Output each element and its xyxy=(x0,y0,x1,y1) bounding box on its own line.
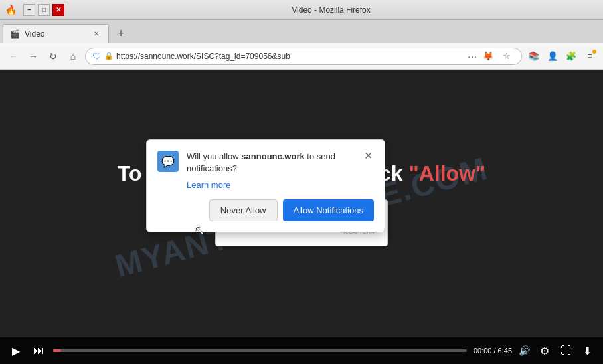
popup-question: Will you allow sannounc.work to send not… xyxy=(187,151,355,175)
bookmark-icon[interactable]: ☆ xyxy=(499,48,515,64)
play-button[interactable]: ▶ xyxy=(8,343,24,359)
control-right-buttons: ⚙ ⛶ ⬇ xyxy=(537,343,595,359)
popup-buttons: Never Allow Allow Notifications xyxy=(157,199,374,221)
popup-question-prefix: Will you allow xyxy=(187,151,241,161)
progress-fill xyxy=(53,349,61,352)
browser-content: MYANTISPYWARE.COM To access to the video… xyxy=(0,70,603,364)
addressbar: ← → ↻ ⌂ 🛡 🔒 https://sannounc.work/SISC?t… xyxy=(0,43,603,70)
shield-icon: 🛡 xyxy=(92,51,102,62)
forward-button[interactable]: → xyxy=(25,48,41,64)
learn-more-link[interactable]: Learn more xyxy=(187,180,374,190)
extension-icon[interactable]: 🧩 xyxy=(563,48,579,64)
popup-header: 💬 Will you allow sannounc.work to send n… xyxy=(157,151,374,175)
fullscreen-button[interactable]: ⛶ xyxy=(558,343,574,359)
back-button[interactable]: ← xyxy=(5,48,21,64)
volume-icon[interactable]: 🔊 xyxy=(519,345,530,356)
address-box[interactable]: 🛡 🔒 https://sannounc.work/SISC?tag_id=70… xyxy=(85,48,522,65)
refresh-button[interactable]: ↻ xyxy=(45,48,61,64)
allow-notifications-button[interactable]: Allow Notifications xyxy=(283,199,375,221)
new-tab-button[interactable]: + xyxy=(112,24,130,43)
popup-close-button[interactable]: ✕ xyxy=(363,151,374,161)
video-controls: ▶ ⏭ 00:00 / 6:45 🔊 ⚙ ⛶ ⬇ xyxy=(0,337,603,364)
minimize-button[interactable]: – xyxy=(23,4,35,16)
video-allow-word: "Allow" xyxy=(409,161,486,185)
maximize-button[interactable]: □ xyxy=(38,4,50,16)
tab-close-button[interactable]: ✕ xyxy=(91,29,102,39)
lock-icon: 🔒 xyxy=(104,52,114,60)
notification-popup: 💬 Will you allow sannounc.work to send n… xyxy=(146,139,385,232)
progress-bar[interactable] xyxy=(53,349,467,352)
menu-icon[interactable]: ≡ xyxy=(582,48,598,64)
toolbar-icons: 📚 👤 🧩 ≡ xyxy=(526,48,598,64)
popup-domain: sannounc.work xyxy=(241,151,304,161)
library-icon[interactable]: 📚 xyxy=(526,48,542,64)
never-allow-button[interactable]: Never Allow xyxy=(209,199,278,221)
time-display: 00:00 / 6:45 xyxy=(474,347,512,355)
titlebar: 🔥 – □ ✕ Video - Mozilla Firefox xyxy=(0,0,603,20)
home-button[interactable]: ⌂ xyxy=(65,48,81,64)
popup-chat-icon: 💬 xyxy=(157,151,179,172)
sync-icon[interactable]: 👤 xyxy=(545,48,560,64)
download-button[interactable]: ⬇ xyxy=(579,343,595,359)
tab-favicon: 🎬 xyxy=(10,29,19,39)
tab-label: Video xyxy=(25,29,44,39)
next-button[interactable]: ⏭ xyxy=(31,343,46,359)
address-options-icon[interactable]: ··· xyxy=(468,51,477,62)
titlebar-title: Video - Mozilla Firefox xyxy=(64,5,598,15)
pocket-icon[interactable]: 🦊 xyxy=(480,48,496,64)
titlebar-controls: 🔥 – □ ✕ xyxy=(5,4,64,16)
tab-video[interactable]: 🎬 Video ✕ xyxy=(3,24,109,43)
tabbar: 🎬 Video ✕ + xyxy=(0,20,603,43)
address-url: https://sannounc.work/SISC?tag_id=709056… xyxy=(116,52,465,61)
settings-button[interactable]: ⚙ xyxy=(537,343,553,359)
close-button[interactable]: ✕ xyxy=(52,4,64,16)
